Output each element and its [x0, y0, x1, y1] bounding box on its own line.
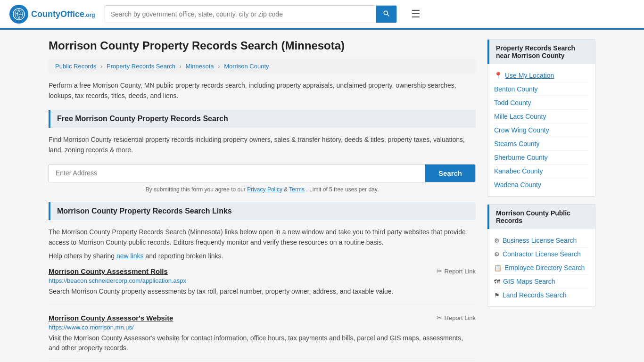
sidebar-item-stearns[interactable]: Stearns County	[494, 137, 588, 151]
sidebar-public-records-heading: Morrison County Public Records	[487, 205, 595, 229]
gear-icon-contractor: ⚙	[494, 251, 500, 258]
sidebar-item-todd[interactable]: Todd County	[494, 96, 588, 110]
link-url-assessors-website[interactable]: https://www.co.morrison.mn.us/	[49, 324, 476, 331]
use-my-location-link[interactable]: Use My Location	[505, 72, 554, 79]
sidebar-public-records-body: ⚙ Business License Search ⚙ Contractor L…	[487, 229, 595, 306]
logo-icon	[9, 5, 28, 24]
links-section-description: The Morrison County Property Records Sea…	[49, 227, 476, 248]
sidebar-item-kanabec[interactable]: Kanabec County	[494, 165, 588, 178]
link-url-assessment-rolls[interactable]: https://beacon.schneidercorp.com/applica…	[49, 277, 476, 284]
sidebar-nearby-body: 📍 Use My Location Benton County Todd Cou…	[487, 64, 595, 196]
form-note: By submitting this form you agree to our…	[49, 186, 476, 193]
page-title: Morrison County Property Records Search …	[49, 39, 476, 52]
links-section: Morrison County Property Records Search …	[49, 202, 476, 362]
share-note: Help others by sharing new links and rep…	[49, 252, 476, 260]
free-search-description: Find Morrison County residential propert…	[49, 134, 476, 156]
free-search-heading: Free Morrison County Property Records Se…	[49, 110, 476, 128]
link-title-assessors-website[interactable]: Morrison County Assessor's Website	[49, 314, 173, 322]
report-icon: ✂	[437, 267, 442, 275]
sidebar-nearby-section: Property Records Search near Morrison Co…	[487, 39, 595, 197]
hamburger-menu-button[interactable]: ☰	[411, 8, 421, 20]
page-wrapper: Morrison County Property Records Search …	[39, 30, 605, 362]
global-search-button[interactable]	[376, 6, 396, 23]
link-title-assessment-rolls[interactable]: Morrison County Assessment Rolls	[49, 267, 168, 275]
site-header: CountyOffice.org ☰	[0, 0, 644, 30]
report-icon-2: ✂	[437, 314, 442, 321]
sidebar-item-crow-wing[interactable]: Crow Wing County	[494, 123, 588, 137]
report-link-assessors-website[interactable]: ✂ Report Link	[437, 314, 476, 321]
link-desc-assessment-rolls: Search Morrison County property assessme…	[49, 287, 476, 296]
breadcrumb: Public Records › Property Records Search…	[49, 59, 476, 74]
sidebar-item-land-records[interactable]: ⚑ Land Records Search	[494, 288, 588, 302]
sidebar-item-wadena[interactable]: Wadena County	[494, 178, 588, 191]
link-desc-assessors-website: Visit the Morrison County Assessor's web…	[49, 333, 476, 353]
site-logo[interactable]: CountyOffice.org	[9, 5, 95, 24]
link-item-assessors-website: Morrison County Assessor's Website ✂ Rep…	[49, 314, 476, 361]
breadcrumb-morrison-county[interactable]: Morrison County	[224, 63, 269, 70]
breadcrumb-property-records[interactable]: Property Records Search	[107, 63, 175, 70]
address-search-form: Search By submitting this form you agree…	[49, 164, 476, 193]
sidebar-item-mille-lacs[interactable]: Mille Lacs County	[494, 110, 588, 123]
use-location-item[interactable]: 📍 Use My Location	[494, 69, 588, 82]
sidebar-item-contractor-license[interactable]: ⚙ Contractor License Search	[494, 247, 588, 261]
address-search-input[interactable]	[49, 165, 425, 182]
global-search-input[interactable]	[105, 6, 376, 23]
gear-icon-business: ⚙	[494, 237, 500, 244]
map-icon-gis: 🗺	[494, 278, 500, 285]
sidebar-nearby-heading: Property Records Search near Morrison Co…	[487, 40, 595, 64]
logo-text: CountyOffice.org	[31, 9, 95, 19]
sidebar-item-sherburne[interactable]: Sherburne County	[494, 151, 588, 165]
link-item-assessment-rolls: Morrison County Assessment Rolls ✂ Repor…	[49, 267, 476, 304]
sidebar-item-employee-directory[interactable]: 📋 Employee Directory Search	[494, 261, 588, 275]
links-section-heading: Morrison County Property Records Search …	[49, 202, 476, 220]
new-links-link[interactable]: new links	[116, 252, 144, 260]
sidebar-item-business-license[interactable]: ⚙ Business License Search	[494, 234, 588, 247]
report-link-assessment-rolls[interactable]: ✂ Report Link	[437, 267, 476, 275]
breadcrumb-minnesota[interactable]: Minnesota	[186, 63, 214, 70]
sidebar-public-records-section: Morrison County Public Records ⚙ Busines…	[487, 204, 595, 307]
location-pin-icon: 📍	[494, 72, 502, 79]
privacy-policy-link[interactable]: Privacy Policy	[247, 186, 282, 193]
global-search-bar	[105, 5, 397, 23]
page-description: Perform a free Morrison County, MN publi…	[49, 80, 476, 101]
list-icon-employee: 📋	[494, 264, 502, 272]
main-content: Morrison County Property Records Search …	[49, 39, 476, 362]
terms-link[interactable]: Terms	[289, 186, 305, 193]
address-search-button[interactable]: Search	[425, 165, 475, 182]
sidebar: Property Records Search near Morrison Co…	[487, 39, 595, 362]
address-search-container: Search	[49, 164, 476, 182]
breadcrumb-public-records[interactable]: Public Records	[55, 63, 96, 70]
sidebar-item-benton[interactable]: Benton County	[494, 82, 588, 96]
sidebar-item-gis-maps[interactable]: 🗺 GIS Maps Search	[494, 275, 588, 288]
flag-icon-land: ⚑	[494, 292, 500, 299]
